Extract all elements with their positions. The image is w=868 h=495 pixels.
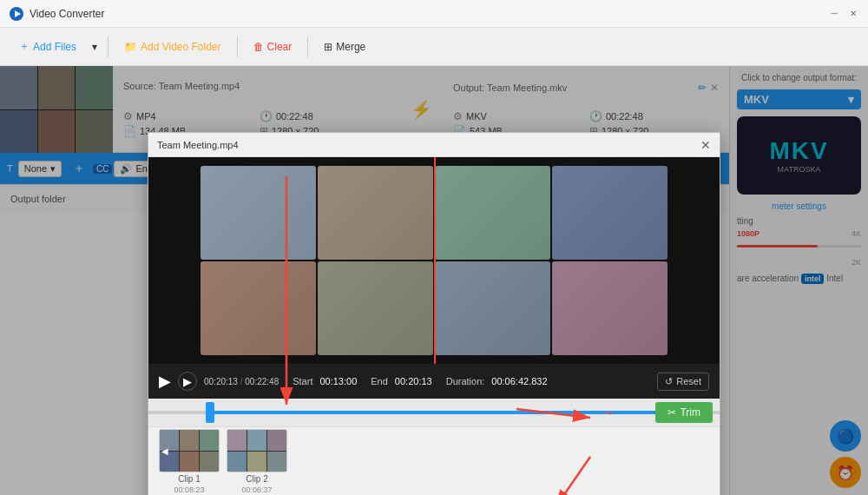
duration-label: Duration: xyxy=(446,376,485,386)
video-cell-4 xyxy=(552,166,667,260)
playback-controls: ▶ ▶ 00:20:13 / 00:22:48 Start 00:13:00 E… xyxy=(148,364,720,399)
video-cell-5 xyxy=(201,261,316,355)
clear-button[interactable]: 🗑 Clear xyxy=(245,36,301,57)
video-cell-1 xyxy=(201,166,316,260)
start-time: 00:13:00 xyxy=(319,376,357,386)
add-video-folder-button[interactable]: 📁 Add Video Folder xyxy=(115,36,230,57)
video-cell-2 xyxy=(318,166,433,260)
app-icon xyxy=(9,6,24,22)
video-display xyxy=(148,157,720,364)
video-cell-6 xyxy=(318,261,433,355)
clip-thumbnail-1: ◀ xyxy=(159,429,220,472)
play-button[interactable]: ▶ xyxy=(159,372,171,391)
trim-button[interactable]: ✂ Trim xyxy=(655,402,713,423)
close-button[interactable]: ✕ xyxy=(847,8,859,20)
trim-handle-left[interactable] xyxy=(206,402,214,423)
minimize-button[interactable]: ─ xyxy=(828,8,840,20)
next-frame-button[interactable]: ▶ xyxy=(178,372,197,391)
clip-1-duration: 00:08:23 xyxy=(174,485,204,494)
app-title: Video Converter xyxy=(30,8,828,20)
trim-timeline[interactable]: → ✂ Trim xyxy=(148,399,720,426)
clip-item-2: Clip 2 00:06:37 xyxy=(227,429,287,494)
current-time-display: 00:20:13 / 00:22:48 xyxy=(204,377,279,386)
clips-row: ◀ Clip 1 00:08:23 Clip 2 00 xyxy=(148,426,720,495)
trim-arrow-indicator: → xyxy=(600,404,615,422)
clip-item-1: ◀ Clip 1 00:08:23 xyxy=(159,429,220,494)
folder-icon: 📁 xyxy=(124,41,137,53)
add-files-button[interactable]: ＋ Add Files xyxy=(10,35,85,58)
clear-icon: 🗑 xyxy=(253,41,264,53)
video-cell-8 xyxy=(552,261,667,355)
start-label: Start xyxy=(293,376,312,386)
video-editor-modal: Team Meeting.mp4 ✕ ▶ ▶ 00:20:13 xyxy=(148,132,720,495)
video-cell-7 xyxy=(435,261,550,355)
clip-thumbnail-2 xyxy=(227,429,287,472)
modal-close-button[interactable]: ✕ xyxy=(700,138,711,152)
end-label: End xyxy=(371,376,388,386)
toolbar-separator-1 xyxy=(108,36,108,57)
modal-title: Team Meeting.mp4 xyxy=(157,140,239,150)
duration-time: 00:06:42.832 xyxy=(491,376,547,386)
plus-icon: ＋ xyxy=(19,39,30,54)
title-bar: Video Converter ─ ✕ xyxy=(0,0,868,28)
video-cell-3 xyxy=(435,166,550,260)
clip-1-label: Clip 1 xyxy=(178,474,201,484)
content-wrapper: Source: Team Meeting.mp4 ⚙ MP4 🕐 00:22:4… xyxy=(0,66,868,495)
toolbar-separator-3 xyxy=(307,36,308,57)
main-toolbar: ＋ Add Files ▾ 📁 Add Video Folder 🗑 Clear… xyxy=(0,28,868,66)
scissors-icon: ✂ xyxy=(667,406,676,419)
end-time: 00:20:13 xyxy=(395,376,432,386)
timeline-active-region xyxy=(206,411,662,414)
reset-icon: ↺ xyxy=(665,376,673,387)
clip-2-duration: 00:06:37 xyxy=(241,485,272,494)
playhead-line xyxy=(434,157,436,364)
modal-title-bar: Team Meeting.mp4 ✕ xyxy=(148,133,720,157)
merge-button[interactable]: ⊞ Merge xyxy=(315,36,374,57)
window-controls: ─ ✕ xyxy=(828,8,859,20)
clip-1-nav[interactable]: ◀ xyxy=(161,446,168,456)
reset-button[interactable]: ↺ Reset xyxy=(657,373,709,391)
toolbar-separator-2 xyxy=(237,36,238,57)
merge-icon: ⊞ xyxy=(324,41,332,53)
clip-2-label: Clip 2 xyxy=(246,474,268,484)
add-files-dropdown[interactable]: ▾ xyxy=(89,36,101,57)
